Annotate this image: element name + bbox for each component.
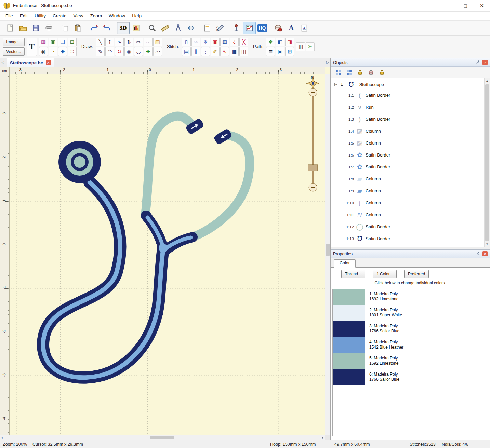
shape-preset-tool[interactable]: ⌂▾ [153,47,162,56]
lettering-button[interactable]: AB [214,22,227,34]
copy-button[interactable] [58,22,71,34]
objects-scroll-thumb[interactable] [485,84,489,241]
screen-capture-button[interactable]: ▣ [49,38,57,46]
bean-stitch-tool[interactable]: ⋮ [201,47,210,56]
object-item-1-10[interactable]: 1:10ʃColumn [342,197,490,209]
pin-panel-icon[interactable] [475,59,480,66]
object-item-1-3[interactable]: 1:3)Satin Border [342,113,490,125]
fill-node-tool[interactable]: ▨ [153,38,162,46]
lock-button[interactable] [356,68,365,77]
echo-stitch-tool[interactable]: ◫ [239,47,248,56]
text-tool-button[interactable]: A [285,22,298,34]
vscroll-thumb[interactable] [326,244,330,256]
stitch-lines-view-button[interactable]: ▥ [296,42,305,51]
copy-objects-button[interactable]: ❏ [58,38,67,46]
curve-edit-tool[interactable]: ◡ [134,47,143,56]
flip-tool-button[interactable] [185,22,198,34]
pattern-fill-tool[interactable]: ▦ [220,38,229,46]
zoom-tool-button[interactable] [146,22,159,34]
hq-mode-button[interactable]: HQ [256,22,269,34]
rotate-tool[interactable]: ↻ [115,47,124,56]
ungroup-button[interactable] [345,68,354,77]
scroll-up-icon[interactable]: ▲ [485,78,490,84]
visibility-eye-button[interactable]: ◉ [39,47,48,56]
motif-stitch-tool[interactable]: ❋ [201,38,210,46]
close-panel-icon[interactable]: ✕ [482,60,488,65]
pin-panel-icon[interactable] [475,251,480,257]
save-button[interactable] [29,22,42,34]
hscroll-thumb[interactable] [150,436,174,439]
zoom-slider-handle[interactable] [308,165,318,171]
motif-run-tool[interactable]: ζ [230,38,239,46]
thread-color-row-2[interactable]: 2: Madeira Poly1801 Super White [333,305,486,321]
unlock-button[interactable] [378,68,386,77]
print-button[interactable] [42,22,55,34]
image-button[interactable]: Image... [3,38,25,46]
menu-file[interactable]: File [2,12,16,19]
object-item-1-14[interactable]: 1:14(Satin Border [342,245,490,247]
object-item-1-7[interactable]: 1:7✿Satin Border [342,161,490,173]
satin-path-tool[interactable]: ∥ [191,47,200,56]
object-item-1-2[interactable]: 1:2∨Run [342,101,490,113]
document-tab[interactable]: Stethoscope.be ✕ [7,58,54,67]
thread-color-row-1[interactable]: 1: Madeira Poly1692 Limestone [333,289,486,305]
menu-window[interactable]: Window [105,12,129,19]
canvas-horizontal-scrollbar[interactable]: ◂ ▸ [0,435,325,440]
applique-tool[interactable]: ▣ [211,38,220,46]
hscroll-right-icon[interactable]: ▸ [322,436,324,439]
view-3d-button[interactable]: 3D [117,22,130,34]
tab-scroll-right-icon[interactable]: ▷ [325,60,330,65]
object-item-1-1[interactable]: 1:1(Satin Border [342,89,490,101]
close-panel-icon[interactable]: ✕ [482,251,488,256]
fill-stitch-tool[interactable]: ▤ [182,47,191,56]
knife-tool[interactable]: ✂ [134,38,143,46]
line-draw-tool[interactable]: ╲ [96,38,105,46]
menu-edit[interactable]: Edit [16,12,31,19]
thread-color-row-3[interactable]: 3: Madeira Poly1766 Sailor Blue [333,321,486,337]
thread-color-row-5[interactable]: 5: Madeira Poly1692 Limestone [333,353,486,369]
print-report-button[interactable] [201,22,214,34]
letter-doc-button[interactable]: A [298,22,311,34]
vector-button[interactable]: Vector... [3,47,25,56]
close-button[interactable]: ✕ [474,0,490,11]
tab-close-icon[interactable]: ✕ [46,60,51,65]
color-swatch[interactable] [333,289,365,305]
object-item-1-12[interactable]: 1:12◯Satin Border [342,221,490,233]
path-endpoints-button[interactable]: ❖ [266,38,275,46]
paste-button[interactable] [71,22,84,34]
open-file-button[interactable] [16,22,29,34]
thread-color-row-6[interactable]: 6: Madeira Poly1766 Sailor Blue [333,369,486,385]
preferred-button[interactable]: Preferred [404,270,429,278]
object-item-1-9[interactable]: 1:9▰Column [342,185,490,197]
hscroll-left-icon[interactable]: ◂ [1,436,3,439]
maximize-button[interactable]: □ [457,0,474,11]
center-design-button[interactable]: ✥ [58,47,67,56]
canvas-vertical-scrollbar[interactable] [325,74,330,435]
collapse-icon[interactable]: − [334,83,338,86]
new-file-button[interactable] [3,22,16,34]
insert-node-tool[interactable]: ⇡ [105,38,114,46]
menu-zoom[interactable]: Zoom [87,12,106,19]
measure-tool-button[interactable] [172,22,185,34]
cross-stitch-tool[interactable]: ╳ [239,38,248,46]
object-item-1-11[interactable]: 1:11≋Column [342,209,490,221]
run-stitch-tool[interactable]: ✐ [211,47,220,56]
lock-x-button[interactable] [367,68,375,77]
menu-help[interactable]: Help [129,12,145,19]
object-item-1-13[interactable]: 1:13℧Satin Border [342,233,490,245]
menu-view[interactable]: View [70,12,87,19]
redo-stitch-button[interactable] [88,22,101,34]
color-swatch[interactable] [333,353,365,369]
stitch-player-button[interactable]: ◔ [49,47,57,56]
stitch-globe-button[interactable] [272,22,285,34]
object-item-1-4[interactable]: 1:4▨Column [342,125,490,137]
undo-stitch-button[interactable] [101,22,114,34]
auto-trim-button[interactable]: ✄ [306,42,315,51]
freehand-draw-tool[interactable]: ∿ [115,38,124,46]
thread-color-row-4[interactable]: 4: Madeira Poly1542 Blue Heather [333,337,486,353]
subtract-shapes-button[interactable]: ◨ [285,38,294,46]
one-color-button[interactable]: 1 Color... [373,270,397,278]
object-item-1-6[interactable]: 1:6✿Satin Border [342,149,490,161]
minimize-button[interactable]: – [441,0,457,11]
zigzag-stitch-tool[interactable]: ∿ [220,47,229,56]
